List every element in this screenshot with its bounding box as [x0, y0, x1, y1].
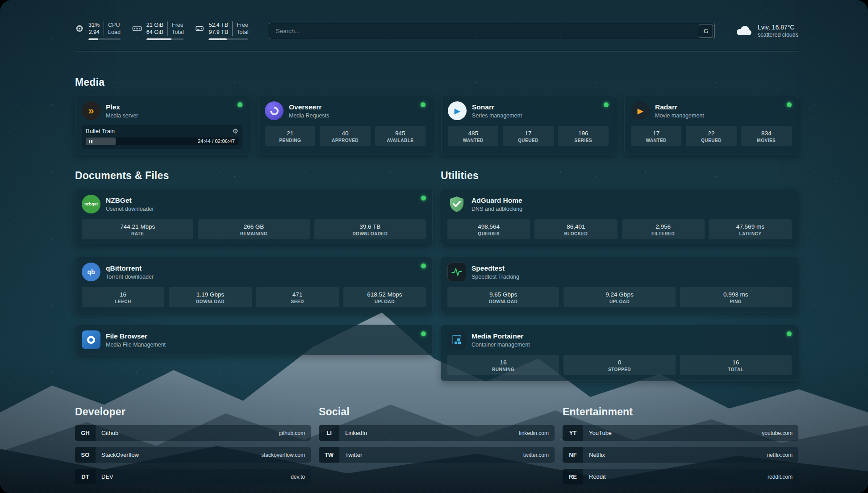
meter-divider [232, 21, 233, 36]
search-engine-button[interactable]: G [699, 25, 713, 38]
status-dot [421, 196, 426, 201]
bookmark-url: youtube.com [762, 430, 798, 436]
bookmark-twitter[interactable]: TW Twitter twitter.com [319, 447, 555, 463]
bookmark-name: LinkedIn [339, 430, 367, 436]
cpu-percent: 31% [88, 21, 100, 29]
stat-wanted: 17 WANTED [631, 126, 681, 146]
stat-blocked: 86,401 BLOCKED [534, 219, 617, 239]
app-subtitle: Media server [106, 112, 138, 119]
app-card-qbittorrent[interactable]: qb qBittorrent Torrent downloader 16 LEE… [75, 257, 433, 313]
bookmark-abbr: RE [563, 469, 583, 485]
stat-stopped: 0 STOPPED [563, 355, 675, 375]
weather-widget: Lviv, 16.87°C scattered clouds [735, 23, 798, 38]
app-subtitle: Media Requests [289, 112, 329, 119]
memory-free-value: 21 GiB [146, 21, 163, 29]
cpu-icon [75, 24, 84, 33]
app-card-adguard[interactable]: AdGuard Home DNS and adblocking 498,564 … [441, 189, 798, 245]
bookmark-github[interactable]: GH Github github.com [75, 425, 311, 441]
content: 31% 2.94 CPU Load [0, 0, 868, 493]
bookmark-youtube[interactable]: YT YouTube youtube.com [563, 425, 798, 441]
app-subtitle: Usenet downloader [106, 205, 154, 213]
memory-progress-bar [146, 38, 184, 40]
bookmark-url: dev.to [291, 474, 311, 480]
ram-icon [132, 24, 142, 33]
sonarr-icon: ▶ [448, 101, 467, 120]
app-card-overseerr[interactable]: Overseerr Media Requests 21 PENDING 40 A… [258, 96, 432, 155]
disk-progress-bar [209, 38, 248, 40]
bookmark-abbr: GH [75, 425, 96, 441]
bookmark-abbr: DT [75, 469, 96, 485]
cpu-load-value: 2.94 [89, 29, 100, 36]
section-title-social: Social [319, 406, 555, 418]
app-name: Plex [106, 103, 138, 111]
disk-icon [195, 24, 204, 33]
app-name: Sonarr [472, 103, 522, 111]
app-subtitle: Speedtest Tracking [472, 273, 519, 280]
search-bar: G [269, 23, 715, 39]
stat-upload: 9.24 Gbps UPLOAD [563, 287, 675, 307]
memory-total-label: Total [172, 29, 184, 36]
app-subtitle: Media File Management [106, 341, 166, 348]
app-card-portainer[interactable]: Media Portainer Container management 16 … [441, 325, 798, 381]
bookmark-reddit[interactable]: RE Reddit reddit.com [563, 469, 798, 485]
bookmark-name: Twitter [339, 451, 362, 458]
utilities-column: Utilities [441, 170, 798, 381]
app-card-filebrowser[interactable]: File Browser Media File Management [75, 325, 433, 355]
stat-wanted: 485 WANTED [448, 126, 498, 146]
app-card-plex[interactable]: » Plex Media server Bullet Train ⚙ 24:44 [75, 96, 249, 155]
radarr-icon: ▶ [631, 101, 650, 120]
bookmark-abbr: SO [75, 447, 96, 463]
filebrowser-icon [82, 330, 100, 349]
bookmark-url: github.com [279, 430, 311, 436]
app-card-sonarr[interactable]: ▶ Sonarr Series management 485 WANTED 17… [441, 96, 615, 155]
pause-icon[interactable] [89, 140, 92, 143]
disk-total-label: Total [237, 29, 248, 36]
topbar: 31% 2.94 CPU Load [75, 18, 798, 44]
status-dot [787, 331, 792, 336]
stat-queued: 22 QUEUED [686, 126, 736, 146]
stat-ping: 0.993 ms PING [680, 287, 792, 307]
disk-total-value: 97.9 TB [209, 29, 228, 36]
app-card-speedtest[interactable]: Speedtest Speedtest Tracking 9.65 Gbps D… [441, 257, 798, 313]
playback-progress-bar[interactable]: 24:44 / 02:06:47 [86, 138, 238, 145]
bookmark-name: StackOverflow [96, 451, 139, 458]
disk-meter: 52.4 TB 97.9 TB Free Total [195, 21, 248, 40]
bookmark-name: YouTube [583, 430, 612, 436]
bookmark-url: stackoverflow.com [261, 452, 311, 458]
stat-approved: 40 APPROVED [320, 126, 370, 146]
status-dot [787, 102, 792, 107]
topbar-divider [75, 51, 798, 51]
stat-download: 1.19 Gbps DOWNLOAD [169, 287, 251, 307]
app-name: Speedtest [472, 264, 519, 272]
bookmark-abbr: LI [319, 425, 339, 441]
app-card-nzbget[interactable]: nzbget NZBGet Usenet downloader 744.21 M… [75, 189, 433, 245]
app-card-radarr[interactable]: ▶ Radarr Movie management 17 WANTED 22 Q… [624, 96, 798, 155]
now-playing-title: Bullet Train [86, 128, 115, 134]
bookmark-abbr: YT [563, 425, 583, 441]
dashboard-page: 31% 2.94 CPU Load [0, 0, 868, 493]
cloud-icon [735, 24, 752, 38]
stat-running: 16 RUNNING [447, 355, 559, 375]
bookmark-linkedin[interactable]: LI LinkedIn linkedin.com [319, 425, 555, 441]
bookmark-dev[interactable]: DT DEV dev.to [75, 469, 311, 485]
stat-filtered: 2,956 FILTERED [622, 219, 705, 239]
app-name: Media Portainer [472, 332, 530, 340]
bookmark-stackoverflow[interactable]: SO StackOverflow stackoverflow.com [75, 447, 311, 463]
stat-available: 945 AVAILABLE [375, 126, 426, 146]
section-title-media: Media [75, 76, 798, 88]
bookmark-url: netflix.com [767, 452, 798, 458]
cpu-load-label: Load [108, 29, 121, 36]
app-name: qBittorrent [106, 264, 154, 272]
status-dot [421, 263, 426, 268]
section-title-developer: Developer [75, 406, 311, 418]
section-title-documents: Documents & Files [75, 170, 433, 182]
search-input[interactable] [269, 23, 715, 39]
app-name: Overseerr [289, 103, 329, 111]
gear-icon[interactable]: ⚙ [233, 128, 238, 134]
bookmark-name: Netflix [583, 451, 605, 458]
app-subtitle: Container management [472, 341, 530, 348]
stat-pending: 21 PENDING [265, 126, 315, 146]
qbittorrent-icon: qb [82, 263, 100, 281]
bookmark-netflix[interactable]: NF Netflix netflix.com [563, 447, 798, 463]
cpu-label: CPU [108, 21, 121, 29]
